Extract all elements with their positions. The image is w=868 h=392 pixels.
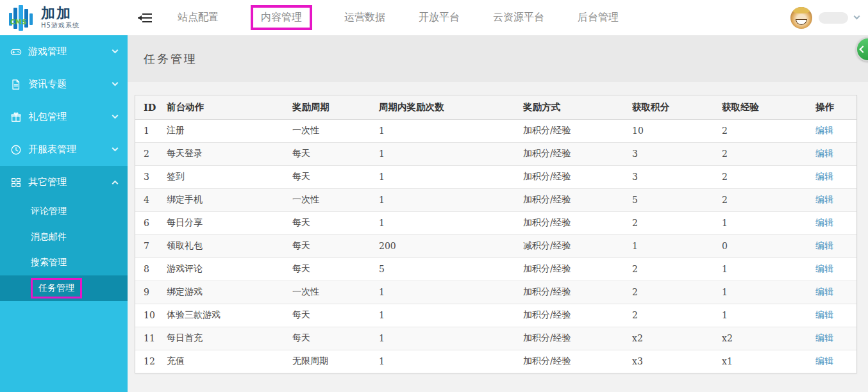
cell-exp: 2 — [717, 119, 810, 142]
cell-mode: 加积分/经验 — [518, 327, 627, 350]
table-row: 3签到每天1加积分/经验32编辑 — [135, 165, 856, 188]
sidebar-subitem-评论管理[interactable]: 评论管理 — [0, 199, 128, 224]
cell-exp: 0 — [717, 234, 810, 257]
sidebar-toggle-icon[interactable] — [138, 13, 152, 23]
cell-points: 1 — [627, 234, 717, 257]
cell-mode: 加积分/经验 — [518, 188, 627, 211]
sidebar-subitem-搜索管理[interactable]: 搜索管理 — [0, 250, 128, 275]
cell-cycle: 每天 — [287, 257, 374, 281]
sidebar-subitem-label: 搜索管理 — [31, 257, 67, 268]
edit-link[interactable]: 编辑 — [815, 309, 833, 320]
cell-mode: 加积分/经验 — [518, 257, 627, 281]
edit-link[interactable]: 编辑 — [815, 148, 833, 158]
chevron-down-icon[interactable] — [854, 13, 860, 20]
cell-id: 10 — [135, 304, 162, 327]
app-logo[interactable]: CMS 加加 H5游戏系统 — [0, 0, 128, 35]
cell-mode: 减积分/经验 — [518, 234, 627, 257]
cell-times: 1 — [374, 142, 518, 165]
sidebar-item-资讯专题[interactable]: 资讯专题 — [0, 68, 128, 101]
cell-times: 1 — [374, 281, 518, 304]
sidebar-item-其它管理[interactable]: 其它管理 — [0, 166, 128, 199]
column-header: 获取经验 — [717, 95, 810, 119]
edit-link[interactable]: 编辑 — [815, 125, 833, 135]
sidebar-item-label: 礼包管理 — [28, 111, 113, 123]
column-header: 周期内奖励次数 — [374, 95, 518, 119]
cell-points: 2 — [627, 211, 717, 234]
sidebar-item-游戏管理[interactable]: 游戏管理 — [0, 35, 128, 68]
cell-action: 领取礼包 — [162, 234, 287, 257]
column-header: 操作 — [810, 95, 856, 119]
brand-subtitle: H5游戏系统 — [41, 21, 79, 30]
cell-action: 签到 — [162, 165, 287, 188]
logo-building-icon: CMS — [8, 4, 37, 31]
table-row: 1注册一次性1加积分/经验102编辑 — [135, 119, 856, 142]
sidebar-item-label: 其它管理 — [28, 176, 113, 188]
edit-link[interactable]: 编辑 — [815, 286, 833, 297]
nav-item-link[interactable]: 开放平台 — [417, 7, 461, 28]
cell-cycle: 无限周期 — [287, 350, 374, 373]
cell-mode: 加积分/经验 — [518, 304, 627, 327]
cell-points: 5 — [627, 188, 717, 211]
cell-cycle: 每天 — [287, 142, 374, 165]
cell-action: 绑定手机 — [162, 188, 287, 211]
table-row: 4绑定手机一次性1加积分/经验52编辑 — [135, 188, 856, 211]
cell-exp: 1 — [717, 281, 810, 304]
edit-link[interactable]: 编辑 — [815, 171, 833, 181]
edit-link[interactable]: 编辑 — [815, 332, 833, 343]
top-nav: 站点配置内容管理运营数据开放平台云资源平台后台管理 — [176, 5, 620, 30]
chevron-down-icon — [112, 145, 119, 152]
edit-link[interactable]: 编辑 — [815, 194, 833, 204]
nav-item-active[interactable]: 内容管理 — [251, 5, 312, 30]
cell-times: 1 — [374, 211, 518, 234]
avatar[interactable] — [790, 7, 812, 29]
gamepad-icon — [10, 46, 22, 58]
edit-link[interactable]: 编辑 — [815, 263, 833, 274]
edit-link[interactable]: 编辑 — [815, 355, 833, 366]
cell-cycle: 一次性 — [287, 281, 374, 304]
chevron-down-icon — [112, 80, 119, 86]
cell-id: 7 — [135, 234, 162, 257]
table-row: 10体验三款游戏每天1加积分/经验21编辑 — [135, 304, 856, 327]
edit-link[interactable]: 编辑 — [815, 240, 833, 250]
cell-mode: 加积分/经验 — [518, 165, 627, 188]
sidebar-subitem-任务管理[interactable]: 任务管理 — [0, 275, 128, 301]
grid-icon — [10, 177, 22, 188]
cell-id: 6 — [135, 211, 162, 234]
clock-icon — [10, 144, 22, 156]
column-header: 获取积分 — [627, 95, 717, 119]
title-band: 任务管理 — [128, 35, 868, 82]
cell-action: 注册 — [162, 119, 287, 142]
cell-cycle: 一次性 — [287, 188, 374, 211]
sidebar-subitem-消息邮件[interactable]: 消息邮件 — [0, 224, 128, 250]
sidebar-item-开服表管理[interactable]: 开服表管理 — [0, 133, 128, 166]
cell-exp: 2 — [717, 142, 810, 165]
table-row: 9绑定游戏一次性1加积分/经验21编辑 — [135, 281, 856, 304]
cell-cycle: 每天 — [287, 211, 374, 234]
brand-name: 加加 — [41, 6, 79, 21]
nav-item-link[interactable]: 云资源平台 — [492, 7, 546, 28]
cell-exp: x2 — [717, 327, 810, 350]
cell-id: 8 — [135, 257, 162, 281]
nav-item-link[interactable]: 后台管理 — [576, 7, 620, 28]
table-row: 11每日首充每天1加积分/经验x2x2编辑 — [135, 327, 856, 350]
table-card: ID前台动作奖励周期周期内奖励次数奖励方式获取积分获取经验操作 1注册一次性1加… — [135, 95, 857, 373]
column-header: 前台动作 — [162, 95, 287, 119]
sidebar-item-label: 开服表管理 — [28, 143, 113, 156]
cell-exp: x1 — [717, 350, 810, 373]
nav-item-link[interactable]: 站点配置 — [176, 7, 220, 28]
cell-action: 体验三款游戏 — [162, 304, 287, 327]
cell-cycle: 每天 — [287, 327, 374, 350]
cell-action: 游戏评论 — [162, 257, 287, 281]
cell-times: 1 — [374, 165, 518, 188]
cell-times: 1 — [374, 119, 518, 142]
cell-times: 200 — [374, 234, 518, 257]
nav-item-link[interactable]: 运营数据 — [343, 7, 387, 28]
cell-action: 每天登录 — [162, 142, 287, 165]
cell-cycle: 每天 — [287, 304, 374, 327]
edit-link[interactable]: 编辑 — [815, 217, 833, 227]
cell-points: x2 — [627, 327, 717, 350]
sidebar-item-礼包管理[interactable]: 礼包管理 — [0, 101, 128, 133]
main-content: 任务管理 ID前台动作奖励周期周期内奖励次数奖励方式获取积分获取经验操作 1注册… — [128, 35, 868, 392]
cell-mode: 加积分/经验 — [518, 211, 627, 234]
cell-times: 1 — [374, 327, 518, 350]
